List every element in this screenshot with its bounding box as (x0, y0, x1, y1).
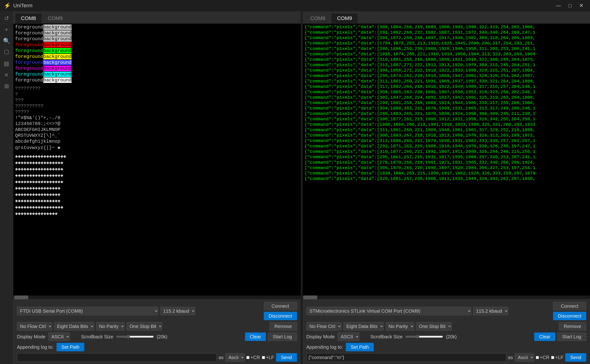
app-body: ↺ + 🔍 ☐ ▤ ≡ ⊞ COM8 COM9 foregroundbackgr… (0, 11, 590, 364)
right-controls-row3: Appending log to: Set Path (306, 343, 586, 351)
right-remove-button[interactable]: Remove (559, 322, 586, 331)
left-scrollback-slider[interactable] (116, 335, 154, 338)
left-tab-bar: COM8 COM9 (13, 11, 301, 24)
grid-icon[interactable]: ⊞ (1, 81, 12, 91)
left-controls-row4: as Ascii Hex Dec Bin +CR (17, 353, 297, 362)
right-display-mode-label: Display Mode (306, 334, 335, 339)
left-scrollback-label: Scrollback Size (81, 334, 113, 339)
right-display-mode-select[interactable]: ASCII Hex Dec Bin (338, 332, 359, 341)
list-icon[interactable]: ≡ (1, 70, 12, 80)
left-connect-button[interactable]: Connect (264, 302, 297, 310)
left-port-select[interactable]: FTDI USB Serial Port (COM8) (17, 307, 158, 315)
left-format-select[interactable]: Ascii Hex Dec Bin (225, 353, 244, 362)
terminal-line: {"command":"pixels","data":[299,1881,259… (305, 100, 588, 105)
right-controls-row4: as Ascii Hex Dec Bin +CR (306, 353, 586, 362)
right-port-select[interactable]: STMicroelectronics STLink Virtual COM Po… (306, 307, 471, 315)
right-stop-bits-select[interactable]: One Stop Bit (416, 322, 452, 331)
left-controls-row1: FTDI USB Serial Port (COM8) 115.2 kbaud … (17, 302, 297, 320)
left-disconnect-button[interactable]: Disconnect (264, 312, 297, 320)
right-send-button[interactable]: Send (565, 353, 586, 362)
left-set-path-button[interactable]: Set Path (57, 343, 85, 351)
left-appending-label: Appending log to: (17, 344, 54, 350)
right-set-path-button[interactable]: Set Path (346, 343, 374, 351)
app-title: UniTerm (13, 3, 33, 9)
left-clear-button[interactable]: Clear (245, 332, 266, 341)
left-display-mode-label: Display Mode (17, 334, 46, 339)
right-tab-com9[interactable]: COM9 (331, 13, 358, 23)
right-cr-label[interactable]: +CR (536, 355, 550, 360)
left-flow-select[interactable]: No Flow Ctrl (17, 322, 52, 331)
right-panel: COM8 COM9 {"command":"pixels","data":[30… (303, 11, 590, 364)
left-parity-select[interactable]: No Parity (96, 322, 125, 331)
terminal-line: {"command":"pixels","data":[311,1861,260… (305, 79, 588, 84)
search-icon[interactable]: 🔍 (1, 36, 12, 46)
checkbox-icon[interactable]: ☐ (1, 47, 12, 58)
left-controls-row3: Appending log to: Set Path (17, 343, 297, 351)
right-clear-button[interactable]: Clear (534, 332, 555, 341)
left-tab-com9[interactable]: COM9 (42, 13, 69, 23)
left-scrollback-value: (20k) (157, 334, 167, 339)
titlebar-left: ⚡ UniTerm (4, 2, 33, 9)
terminal-line: {"command":"pixels","data":[278,1870,266… (305, 160, 588, 165)
terminal-line: {"command":"pixels","data":[1784,1878,26… (305, 41, 588, 46)
right-cr-checkbox[interactable] (536, 356, 539, 359)
left-cr-label[interactable]: +CR (246, 355, 260, 360)
right-scrollback-label: Scrollback Size (370, 334, 403, 339)
right-baud-select[interactable]: 115.2 kbaud (473, 307, 508, 315)
right-start-log-button[interactable]: Start Log (557, 332, 586, 341)
left-display-mode-select[interactable]: ASCII Hex Dec Bin (48, 332, 70, 341)
terminal-line: {"command":"pixels","data":[308,1865,263… (305, 90, 588, 95)
right-terminal[interactable]: {"command":"pixels","data":[308,1884,266… (303, 24, 590, 295)
left-hscrollbar[interactable] (13, 295, 301, 299)
left-send-input[interactable] (17, 353, 217, 362)
left-btn-col: Connect Disconnect (264, 302, 297, 320)
terminal-line: {"command":"pixels","data":[318,1877,266… (305, 149, 588, 154)
terminal-line: {"command":"pixels","data":[308,1884,266… (305, 25, 588, 30)
terminal-line: {"command":"pixels","data":[304,1888,263… (305, 106, 588, 111)
terminal-line: {"command":"pixels","data":[295,1861,257… (305, 155, 588, 160)
layout-icon[interactable]: ▤ (1, 58, 12, 69)
left-terminal[interactable]: foregroundbackground foregroundbackgroun… (13, 24, 301, 295)
terminal-line: {"command":"pixels","data":[300,1877,261… (305, 117, 588, 122)
left-cr-checkbox[interactable] (246, 356, 249, 359)
right-hscrollbar[interactable] (303, 295, 590, 299)
left-controls: FTDI USB Serial Port (COM8) 115.2 kbaud … (13, 299, 301, 364)
right-lf-checkbox[interactable] (551, 356, 554, 359)
right-controls-row1: STMicroelectronics STLink Virtual COM Po… (306, 302, 586, 320)
terminal-line: {"command":"pixels","data":[291,1862,268… (305, 30, 588, 35)
terminal-line: {"command":"pixels","data":[311,1861,260… (305, 127, 588, 133)
left-lf-label[interactable]: +LF (262, 355, 274, 360)
right-tab-com8[interactable]: COM8 (305, 13, 331, 23)
right-btn-col: Connect Disconnect (553, 302, 586, 320)
left-send-button[interactable]: Send (276, 353, 297, 362)
terminal-line: {"command":"pixels","data":[300,1883,267… (305, 133, 588, 138)
terminal-line: {"command":"pixels","data":[320,1881,257… (305, 176, 588, 181)
right-flow-select[interactable]: No Flow Ctrl (306, 322, 341, 331)
right-controls-row1b: No Flow Ctrl Eight Data Bits No Parity O… (306, 322, 586, 331)
right-tab-bar: COM8 COM9 (303, 11, 590, 24)
right-disconnect-button[interactable]: Disconnect (553, 312, 586, 320)
refresh-icon[interactable]: ↺ (1, 13, 12, 24)
close-button[interactable]: ✕ (576, 2, 586, 10)
left-stop-bits-select[interactable]: One Stop Bit (126, 322, 162, 331)
left-remove-button[interactable]: Remove (269, 322, 297, 331)
left-baud-select[interactable]: 115.2 kbaud (160, 307, 195, 315)
left-remove-col: Remove (269, 322, 297, 331)
right-connect-button[interactable]: Connect (553, 302, 586, 310)
minimize-button[interactable]: — (553, 2, 564, 10)
left-lf-checkbox[interactable] (262, 356, 265, 359)
left-tab-com8[interactable]: COM8 (15, 13, 42, 23)
add-icon[interactable]: + (1, 25, 12, 35)
right-send-input[interactable] (306, 353, 506, 362)
right-data-bits-select[interactable]: Eight Data Bits (343, 322, 384, 331)
right-parity-select[interactable]: No Parity (386, 322, 414, 331)
left-start-log-button[interactable]: Start Log (268, 332, 297, 341)
right-lf-label[interactable]: +LF (551, 355, 563, 360)
right-format-select[interactable]: Ascii Hex Dec Bin (515, 353, 534, 362)
maximize-button[interactable]: □ (566, 2, 574, 10)
right-scrollback-slider[interactable] (405, 335, 443, 338)
panel-divider[interactable] (301, 11, 303, 364)
left-data-bits-select[interactable]: Eight Data Bits (54, 322, 94, 331)
titlebar: ⚡ UniTerm — □ ✕ (0, 0, 590, 11)
terminal-line: {"command":"pixels","data":[1828,1884,26… (305, 171, 588, 176)
